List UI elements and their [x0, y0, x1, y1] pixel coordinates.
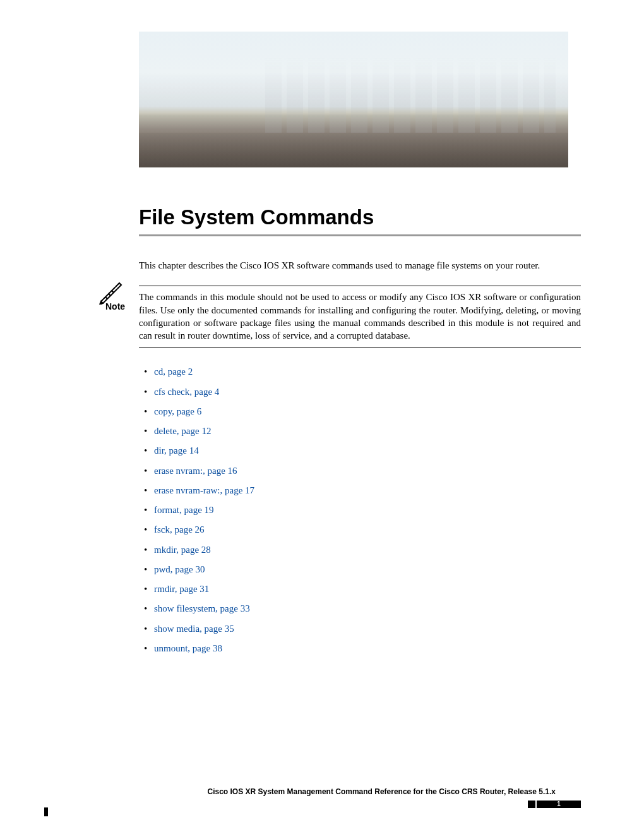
toc-list: cd, page 2 cfs check, page 4 copy, page …	[139, 365, 581, 655]
toc-item: cfs check, page 4	[139, 385, 581, 398]
toc-link-show-media[interactable]: show media, page 35	[154, 624, 234, 634]
toc-link-mkdir[interactable]: mkdir, page 28	[154, 545, 211, 555]
toc-item: erase nvram:, page 16	[139, 464, 581, 477]
note-block: Note The commands in this module should …	[63, 286, 581, 348]
toc-item: erase nvram-raw:, page 17	[139, 484, 581, 497]
toc-item: unmount, page 38	[139, 642, 581, 655]
toc-item: fsck, page 26	[139, 523, 581, 536]
footer-bar: 1	[63, 799, 581, 810]
toc-link-rmdir[interactable]: rmdir, page 31	[154, 584, 209, 594]
toc-link-cd[interactable]: cd, page 2	[154, 366, 193, 377]
toc-link-pwd[interactable]: pwd, page 30	[154, 564, 205, 574]
toc-item: copy, page 6	[139, 405, 581, 418]
page-footer: Cisco IOS XR System Management Command R…	[63, 787, 581, 816]
toc-item: rmdir, page 31	[139, 583, 581, 595]
title-underline	[139, 234, 581, 236]
chapter-banner-image	[139, 32, 568, 167]
toc-link-cfs-check[interactable]: cfs check, page 4	[154, 387, 219, 397]
toc-item: show filesystem, page 33	[139, 602, 581, 615]
toc-item: mkdir, page 28	[139, 543, 581, 556]
intro-paragraph: This chapter describes the Cisco IOS XR …	[139, 259, 581, 272]
footer-doc-title: Cisco IOS XR System Management Command R…	[63, 787, 581, 796]
chapter-title: File System Commands	[139, 205, 581, 229]
toc-item: dir, page 14	[139, 444, 581, 457]
toc-link-fsck[interactable]: fsck, page 26	[154, 524, 205, 535]
toc-link-delete[interactable]: delete, page 12	[154, 426, 211, 436]
toc-link-show-filesystem[interactable]: show filesystem, page 33	[154, 603, 250, 613]
note-rule-bottom	[139, 347, 581, 348]
toc-link-format[interactable]: format, page 19	[154, 505, 214, 515]
note-label: Note	[105, 301, 125, 311]
toc-link-unmount[interactable]: unmount, page 38	[154, 643, 222, 653]
toc-item: format, page 19	[139, 504, 581, 516]
toc-link-copy[interactable]: copy, page 6	[154, 406, 201, 416]
toc-item: pwd, page 30	[139, 563, 581, 576]
toc-item: cd, page 2	[139, 365, 581, 378]
toc-link-erase-nvram[interactable]: erase nvram:, page 16	[154, 466, 237, 476]
left-page-marker	[44, 807, 48, 816]
toc-link-dir[interactable]: dir, page 14	[154, 445, 199, 456]
note-body: The commands in this module should not b…	[139, 286, 581, 347]
note-pencil-icon	[98, 279, 123, 305]
page-number: 1	[537, 801, 581, 808]
toc-item: delete, page 12	[139, 425, 581, 437]
toc-link-erase-nvram-raw[interactable]: erase nvram-raw:, page 17	[154, 485, 254, 495]
toc-item: show media, page 35	[139, 622, 581, 635]
